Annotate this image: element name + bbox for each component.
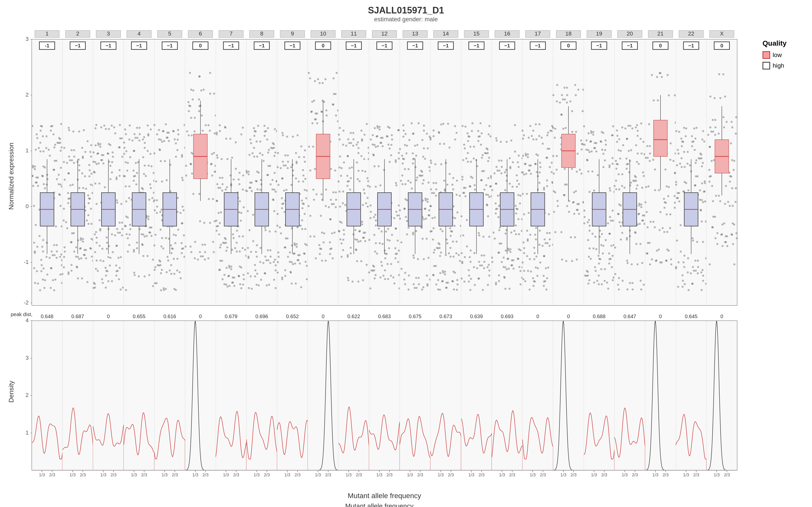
svg-point-1935 <box>470 161 472 163</box>
svg-point-1915 <box>485 184 487 186</box>
svg-point-2345 <box>566 94 568 96</box>
svg-point-398 <box>109 165 111 167</box>
svg-point-1709 <box>426 201 428 203</box>
svg-point-588 <box>162 130 164 132</box>
svg-point-2343 <box>553 173 555 175</box>
svg-point-1027 <box>259 152 261 154</box>
svg-point-1562 <box>398 158 400 160</box>
svg-point-2900 <box>711 185 713 187</box>
svg-point-1905 <box>480 179 483 181</box>
svg-point-2947 <box>734 201 737 203</box>
svg-text:1/3: 1/3 <box>346 472 352 477</box>
svg-text:0: 0 <box>659 314 662 319</box>
svg-point-695 <box>167 260 169 262</box>
svg-point-106 <box>53 244 55 246</box>
svg-point-414 <box>94 127 96 129</box>
svg-point-1429 <box>347 277 349 279</box>
svg-point-2447 <box>602 132 604 134</box>
svg-point-2279 <box>554 136 556 139</box>
svg-point-1392 <box>360 260 362 262</box>
svg-point-654 <box>154 209 156 212</box>
svg-point-2388 <box>610 245 612 247</box>
svg-point-395 <box>104 186 106 188</box>
svg-point-2565 <box>620 150 622 152</box>
svg-point-1931 <box>463 187 465 189</box>
svg-point-1828 <box>452 177 454 179</box>
svg-point-1017 <box>256 140 258 143</box>
svg-point-2042 <box>500 242 502 245</box>
svg-point-1473 <box>382 145 384 147</box>
svg-point-1800 <box>443 143 445 145</box>
svg-point-2901 <box>722 116 724 118</box>
svg-point-1195 <box>302 180 304 182</box>
svg-point-128 <box>46 183 48 185</box>
svg-point-1976 <box>490 175 492 177</box>
svg-point-822 <box>234 247 236 249</box>
svg-point-1906 <box>483 170 485 172</box>
svg-point-2165 <box>526 230 528 232</box>
svg-point-2745 <box>701 221 703 223</box>
svg-point-1049 <box>273 143 275 145</box>
svg-point-1507 <box>372 134 374 136</box>
svg-point-1974 <box>470 278 472 280</box>
svg-point-2851 <box>700 209 702 212</box>
svg-point-2461 <box>592 233 594 235</box>
svg-point-1465 <box>373 165 375 167</box>
svg-point-857 <box>219 269 221 271</box>
svg-point-2529 <box>635 126 637 128</box>
svg-rect-1581 <box>369 321 400 470</box>
svg-point-922 <box>219 130 221 132</box>
svg-point-696 <box>163 287 165 289</box>
svg-point-2159 <box>544 280 546 282</box>
svg-point-1225 <box>314 80 316 82</box>
svg-point-1108 <box>283 189 285 192</box>
svg-point-1671 <box>406 199 408 201</box>
svg-point-1343 <box>348 180 350 182</box>
svg-point-2303 <box>571 110 573 112</box>
svg-point-145 <box>37 283 39 285</box>
svg-text:18: 18 <box>565 31 571 37</box>
svg-point-2892 <box>711 160 713 162</box>
svg-point-899 <box>235 142 237 144</box>
svg-point-1911 <box>488 157 490 159</box>
svg-point-1034 <box>274 259 276 261</box>
svg-point-1226 <box>311 101 313 103</box>
svg-point-2678 <box>650 221 652 223</box>
svg-text:0: 0 <box>199 314 202 319</box>
plot-area: Normalized expression Density Mutant all… <box>6 24 806 507</box>
svg-point-2234 <box>524 280 526 282</box>
svg-point-1869 <box>461 176 463 178</box>
svg-point-649 <box>173 258 175 260</box>
svg-point-2569 <box>618 173 620 175</box>
svg-point-782 <box>197 259 199 261</box>
svg-point-755 <box>192 193 194 195</box>
svg-point-2427 <box>598 262 600 265</box>
svg-text:−1: −1 <box>627 43 633 48</box>
svg-text:1/3: 1/3 <box>438 472 444 477</box>
svg-point-600 <box>176 258 179 260</box>
svg-point-390 <box>107 153 109 155</box>
svg-text:1/3: 1/3 <box>560 472 566 477</box>
svg-point-350 <box>122 286 124 288</box>
svg-point-625 <box>153 124 155 126</box>
svg-point-347 <box>109 178 111 180</box>
svg-point-1783 <box>430 162 432 164</box>
svg-point-59 <box>56 257 58 259</box>
svg-point-551 <box>123 142 125 144</box>
svg-point-2715 <box>669 227 671 229</box>
svg-point-2104 <box>498 274 500 276</box>
svg-rect-437 <box>93 321 124 470</box>
svg-point-2466 <box>590 258 592 260</box>
svg-point-49 <box>60 205 62 207</box>
svg-point-1198 <box>304 178 306 180</box>
svg-point-1026 <box>263 125 265 127</box>
svg-point-2204 <box>543 255 545 257</box>
svg-point-1420 <box>339 127 341 129</box>
svg-point-2759 <box>693 140 695 143</box>
svg-point-1912 <box>469 261 471 263</box>
svg-point-1174 <box>306 265 308 267</box>
svg-point-2255 <box>539 261 541 263</box>
svg-point-609 <box>159 211 161 213</box>
svg-point-823 <box>240 220 242 222</box>
svg-point-2473 <box>595 248 597 250</box>
